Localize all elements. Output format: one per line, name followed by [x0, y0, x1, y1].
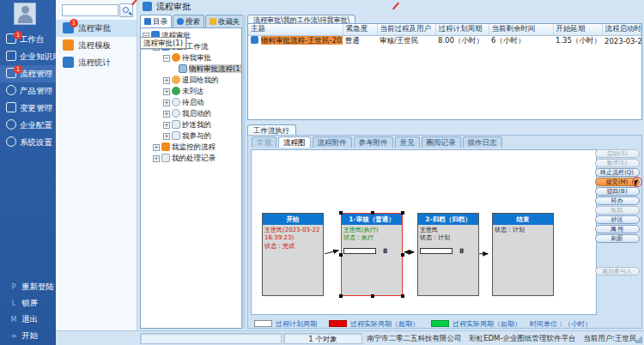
search-input[interactable] [62, 4, 118, 16]
tree-item-cc-to-me[interactable]: +抄送我的 [141, 119, 241, 130]
transfer-button[interactable]: 转办 [595, 197, 640, 205]
sidebar-item-product-management[interactable]: 产品管理 [0, 82, 56, 100]
selection-handle[interactable] [371, 294, 374, 298]
flow-node-review[interactable]: 1-审核（普通） 王世民(执行) 状态：执行 8 [341, 213, 403, 296]
expand-icon[interactable]: + [163, 100, 170, 106]
expand-icon[interactable]: + [163, 133, 170, 140]
tab-opinions[interactable]: 意见 [395, 136, 420, 148]
expand-icon[interactable]: + [163, 111, 170, 118]
selection-handle[interactable] [339, 211, 343, 215]
flow-node-start[interactable]: 开始 王世民(2023-03-22 16:39:23) 状态：完成 [262, 213, 324, 296]
expand-icon[interactable]: + [163, 77, 170, 84]
tab-favorites[interactable]: 收藏夹 [205, 15, 245, 27]
sidebar-item-workbench[interactable]: 1工作台 [0, 31, 56, 48]
tree-item-my-process-records[interactable]: +我的处理记录 [141, 153, 241, 164]
flow-node-archive[interactable]: 2-归档（归档） 王世民 状态：计划 8 [417, 213, 479, 296]
tree-item-monitored-flows[interactable]: +我监控的流程 [141, 142, 241, 153]
col-subject[interactable]: 主题 [248, 24, 343, 35]
tab-reference-attachments[interactable]: 参考附件 [354, 136, 393, 148]
relogin-icon: P [9, 279, 19, 295]
submit-button[interactable]: 提交(M) [595, 178, 640, 186]
module-item-flow-statistics[interactable]: 流程统计 [56, 54, 137, 71]
tree-item-label: 物料审批流程(1) [189, 64, 242, 73]
sidebar-item-label: 系统设置 [20, 137, 52, 147]
tree-item-to-be-started[interactable]: +待启动 [141, 97, 241, 108]
tab-flow-diagram[interactable]: 流程图 [278, 136, 311, 148]
resize-grip[interactable] [635, 336, 642, 343]
selection-handle[interactable] [401, 253, 404, 257]
sidebar-item-enterprise-config[interactable]: 企业配置 [0, 117, 56, 134]
tree-item-material-approval-flow[interactable]: 物料审批流程(1) [141, 64, 241, 75]
tab-search[interactable]: 搜索 [173, 15, 204, 27]
selection-handle[interactable] [371, 211, 374, 215]
sidebar-item-process-management[interactable]: 1流程管理 [0, 65, 56, 82]
change-doc-icon [6, 102, 16, 112]
flow-diagram-canvas[interactable]: 开始 王世民(2023-03-22 16:39:23) 状态：完成 1-审核（普… [251, 149, 597, 315]
flow-node-end[interactable]: 结束 状态：计划 [492, 213, 554, 296]
col-current-process-user[interactable]: 当前过程及用户 [377, 24, 435, 35]
flow-list-table: 主题 紧急度 当前过程及用户 过程计划周期 当前剩余时间 开始延期 流程启动时间… [247, 23, 642, 120]
module-item-flow-approval[interactable]: 1流程审批 [56, 20, 137, 37]
terminate-flow-button[interactable]: 终止流程(Q) [595, 168, 640, 177]
lock-screen-button[interactable]: L锁屏 [0, 294, 56, 311]
tab-general[interactable]: 常规 [252, 136, 276, 148]
sidebar-item-change-management[interactable]: 变更管理 [0, 100, 56, 117]
tree-item-label: 我启动的 [182, 109, 211, 118]
tab-flow-attachments[interactable]: 流程附件 [313, 136, 352, 148]
tree-tooltip: 流程审批(1) [140, 37, 186, 49]
reject-button[interactable]: 驳回(B) [595, 187, 640, 196]
platform-name: 彩虹EDM-企业图纸管理软件平台 [469, 334, 575, 342]
tree-item-label: 我监控的流程 [172, 142, 216, 151]
col-planned-period[interactable]: 过程计划周期 [435, 24, 489, 35]
relogin-button[interactable]: P重新登陆 [0, 278, 56, 294]
logout-icon: M [9, 312, 19, 328]
collapse-icon[interactable]: − [163, 55, 170, 62]
col-remaining-time[interactable]: 当前剩余时间 [489, 24, 553, 35]
logout-label: 退出 [21, 314, 38, 324]
col-start-time[interactable]: 流程启动时间 [602, 24, 641, 35]
user-avatar[interactable] [14, 3, 36, 25]
col-start-delay[interactable]: 开始延期 [553, 24, 602, 35]
tab-catalog[interactable]: 目录 [140, 15, 172, 27]
tree-item-pending-my-approval[interactable]: −待我审批 [141, 52, 241, 64]
relogin-label: 重新登陆 [21, 281, 54, 291]
expand-icon[interactable]: + [153, 155, 160, 162]
cc-button[interactable]: 抄送 [595, 215, 640, 224]
sidebar-item-system-settings[interactable]: 系统设置 [0, 134, 56, 151]
table-row[interactable]: 物料审批流程-王世民-20230322 普通 审核/王世民 8.00（小时） 6… [248, 35, 641, 46]
sidebar-item-knowledge-base[interactable]: 企业知识库 [0, 48, 56, 65]
tab-operation-logs[interactable]: 操作日志 [463, 136, 502, 148]
tree-item-started-by-me[interactable]: +我启动的 [141, 108, 241, 119]
start-menu-button[interactable]: ≡开始 [0, 327, 56, 343]
book-icon [6, 51, 16, 61]
expand-icon[interactable]: + [153, 144, 160, 151]
selection-handle[interactable] [401, 211, 404, 215]
logout-button[interactable]: M退出 [0, 311, 56, 327]
tree-item-label: 未到达 [182, 87, 204, 95]
button-label: 规划参与人 [602, 268, 632, 275]
app-window: 1工作台 企业知识库 1流程管理 产品管理 变更管理 企业配置 系统设置 [0, 0, 644, 345]
tree-item-returned-to-me[interactable]: +退回给我的 [141, 75, 241, 86]
pause-button: 暂停(E) [595, 159, 640, 167]
panel-splitter[interactable] [242, 15, 246, 329]
flow-template-icon [63, 39, 74, 51]
tree-item-participated-by-me[interactable]: +我参与的 [141, 130, 241, 142]
button-label: 属 性 [610, 226, 623, 233]
properties-button[interactable]: 属 性 [595, 225, 640, 233]
module-item-flow-template[interactable]: 流程模板 [56, 37, 137, 54]
selection-handle[interactable] [339, 253, 343, 257]
tab-label: 搜索 [185, 17, 200, 26]
module-item-label: 流程审批 [78, 23, 111, 33]
tab-circle-review-records[interactable]: 圈阅记录 [422, 136, 461, 148]
lock-icon: L [9, 295, 19, 312]
selection-handle[interactable] [339, 294, 343, 298]
row-start-time: 2023-03-22 16 [602, 35, 641, 46]
refresh-button[interactable]: 刷新 [595, 234, 640, 243]
search-button[interactable] [119, 3, 133, 17]
expand-icon[interactable]: + [163, 122, 170, 129]
selection-handle[interactable] [401, 294, 404, 298]
tree-item-not-arrived[interactable]: +未到达 [141, 86, 241, 97]
col-urgency[interactable]: 紧急度 [343, 24, 377, 35]
expand-icon[interactable]: + [163, 88, 170, 95]
node-title: 结束 [493, 214, 553, 225]
